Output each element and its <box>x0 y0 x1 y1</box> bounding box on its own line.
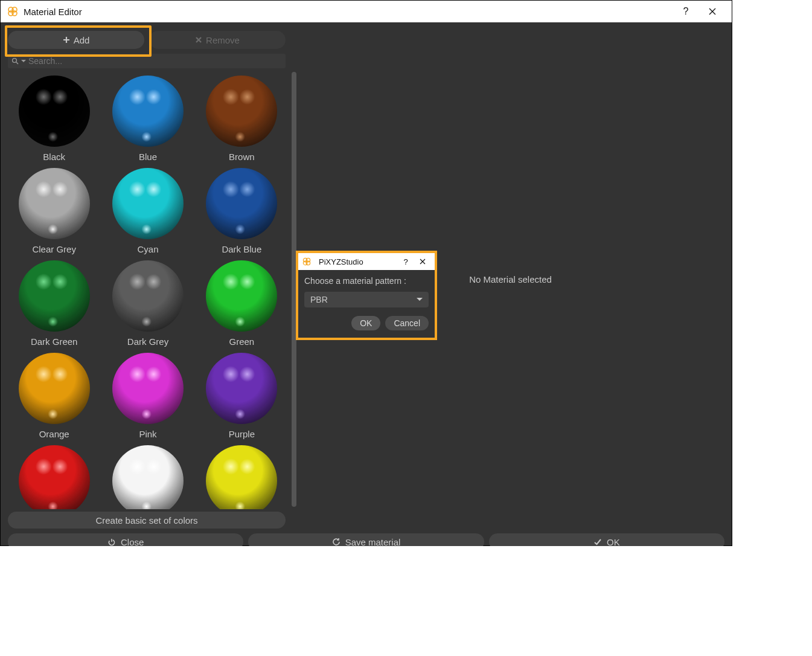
pattern-dropdown-value: PBR <box>310 295 328 304</box>
dialog-close-button[interactable] <box>414 253 431 270</box>
material-sphere <box>112 260 184 332</box>
help-button[interactable]: ? <box>673 1 699 22</box>
material-sphere <box>112 353 184 424</box>
toolbar: Add Remove <box>8 30 286 49</box>
material-grid: BlackBlueBrownClear GreyCyanDark BlueDar… <box>8 72 288 509</box>
filter-dropdown-icon[interactable] <box>21 59 26 63</box>
material-label: Dark Blue <box>222 244 261 254</box>
save-material-button[interactable]: Save material <box>248 533 484 546</box>
material-item[interactable]: Black <box>8 72 100 163</box>
ok-button[interactable]: OK <box>489 533 724 546</box>
window-title: Material Editor <box>24 7 673 17</box>
dialog-title: PiXYZStudio <box>319 257 397 266</box>
dialog-body: Choose a material pattern : PBR OK Cance… <box>298 270 435 338</box>
material-sphere <box>19 260 90 332</box>
material-label: Green <box>229 336 254 347</box>
material-sphere <box>112 76 184 147</box>
material-sphere <box>206 76 277 147</box>
dialog-logo-icon <box>302 257 312 266</box>
material-label: Purple <box>229 429 255 439</box>
material-item[interactable]: Clear Grey <box>8 164 100 256</box>
dialog-help-button[interactable]: ? <box>397 253 414 270</box>
material-label: Cyan <box>137 244 158 254</box>
material-sphere <box>19 76 90 147</box>
material-item[interactable]: Purple <box>196 349 288 440</box>
close-button[interactable]: Close <box>8 533 243 546</box>
check-icon <box>593 538 602 546</box>
material-label: Dark Grey <box>127 336 168 347</box>
search-input[interactable] <box>26 56 282 66</box>
material-sphere <box>19 445 90 509</box>
material-sphere <box>206 353 277 424</box>
material-item[interactable]: Pink <box>101 349 194 440</box>
material-item[interactable]: Dark Green <box>8 257 100 348</box>
pattern-dropdown[interactable]: PBR <box>304 292 429 307</box>
dialog-prompt: Choose a material pattern : <box>304 276 429 286</box>
material-item[interactable]: Dark Grey <box>101 257 194 348</box>
material-sphere <box>112 168 184 239</box>
material-sphere <box>206 260 277 332</box>
pattern-dialog: PiXYZStudio ? Choose a material pattern … <box>296 251 437 340</box>
add-button-label: Add <box>74 35 90 45</box>
material-label: Clear Grey <box>32 244 76 254</box>
material-sphere <box>206 445 277 509</box>
search-icon <box>11 57 19 65</box>
chevron-down-icon <box>417 298 423 301</box>
remove-icon <box>195 36 202 43</box>
power-icon <box>107 538 116 546</box>
material-sphere <box>112 445 184 509</box>
dialog-button-row: OK Cancel <box>304 316 429 330</box>
material-item[interactable]: Orange <box>8 349 100 440</box>
window-titlebar: Material Editor ? <box>1 1 732 22</box>
material-sphere <box>19 353 90 424</box>
remove-button-label: Remove <box>206 35 240 45</box>
material-list-panel: Add Remove <box>8 30 296 529</box>
material-list-scroll: BlackBlueBrownClear GreyCyanDark BlueDar… <box>8 72 296 509</box>
plus-icon <box>63 36 70 43</box>
create-basic-colors-button[interactable]: Create basic set of colors <box>8 512 286 529</box>
material-label: Brown <box>229 152 255 162</box>
material-item[interactable]: Cyan <box>101 164 194 256</box>
close-button-label: Close <box>121 537 144 547</box>
svg-point-4 <box>13 59 17 63</box>
material-item[interactable]: White <box>101 442 194 509</box>
material-item[interactable]: Yellow <box>196 442 288 509</box>
material-sphere <box>206 168 277 239</box>
material-item[interactable]: Dark Blue <box>196 164 288 256</box>
dialog-cancel-button[interactable]: Cancel <box>385 316 429 330</box>
dialog-ok-button[interactable]: OK <box>351 316 380 330</box>
ok-button-label: OK <box>607 537 620 547</box>
add-button[interactable]: Add <box>8 31 144 49</box>
material-item[interactable]: Brown <box>196 72 288 163</box>
dialog-titlebar: PiXYZStudio ? <box>298 253 435 270</box>
refresh-icon <box>332 538 340 546</box>
footer: Close Save material OK <box>8 533 724 546</box>
material-label: Blue <box>139 152 157 162</box>
material-label: Pink <box>139 429 156 439</box>
material-item[interactable]: Green <box>196 257 288 348</box>
material-item[interactable]: Blue <box>101 72 194 163</box>
app-logo-icon <box>7 5 19 18</box>
save-button-label: Save material <box>345 537 401 547</box>
search-bar[interactable] <box>8 54 286 68</box>
material-label: Dark Green <box>31 336 78 347</box>
remove-button[interactable]: Remove <box>149 31 286 49</box>
material-label: Black <box>43 152 65 162</box>
close-window-button[interactable] <box>699 1 726 22</box>
material-editor-window: Material Editor ? Add <box>0 0 732 546</box>
empty-state-text: No Material selected <box>469 274 552 285</box>
material-sphere <box>19 168 90 239</box>
material-item[interactable]: Red <box>8 442 100 509</box>
material-label: Orange <box>39 429 69 439</box>
